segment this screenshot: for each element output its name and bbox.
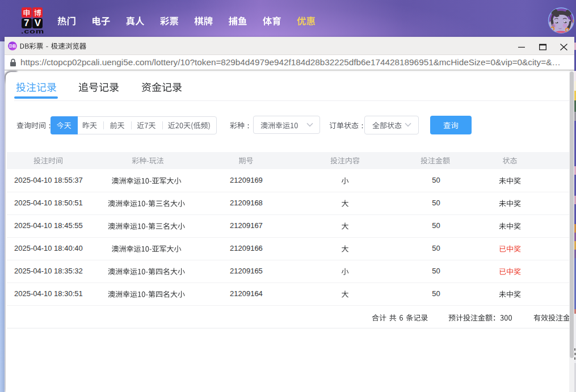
svg-text:DB: DB [9,43,16,49]
